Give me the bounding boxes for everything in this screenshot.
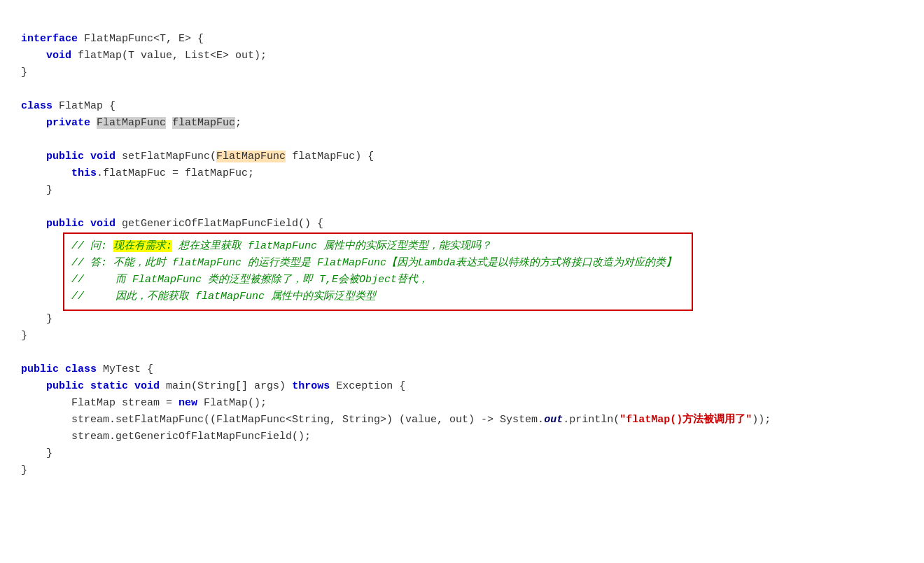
line-blank4 <box>21 345 903 361</box>
line-private: private FlatMapFunc flatMapFuc; <box>21 115 903 132</box>
line-public-class: public class MyTest { <box>21 361 903 378</box>
code-viewer: interface FlatMapFunc<T, E> { void flatM… <box>21 14 903 479</box>
line-close1: } <box>21 64 903 81</box>
line-set-method: public void setFlatMapFunc(FlatMapFunc f… <box>21 148 903 165</box>
line-interface: interface FlatMapFunc<T, E> { <box>21 14 903 48</box>
line-flatmap-new: FlatMap stream = new FlatMap(); <box>21 395 903 412</box>
line-close2: } <box>21 182 903 199</box>
line-this: this.flatMapFuc = flatMapFuc; <box>21 165 903 182</box>
comment-line4: // 因此，不能获取 flatMapFunc 属性中的实际泛型类型 <box>71 289 685 305</box>
line-close6: } <box>21 462 903 479</box>
comment-box-wrapper: // 问: 现在有需求: 想在这里获取 flatMapFunc 属性中的实际泛型… <box>63 232 693 311</box>
line-void-flatmap: void flatMap(T value, List<E> out); <box>21 48 903 64</box>
comment-line3: // 而 FlatMapFunc 类的泛型被擦除了，即 T,E会被Object替… <box>71 272 685 289</box>
line-stream-set: stream.setFlatMapFunc((FlatMapFunc<Strin… <box>21 412 903 429</box>
line-stream-get: stream.getGenericOfFlatMapFuncField(); <box>21 429 903 445</box>
line-close5: } <box>21 445 903 462</box>
comment-line1: // 问: 现在有需求: 想在这里获取 flatMapFunc 属性中的实际泛型… <box>71 238 685 255</box>
line-blank3 <box>21 199 903 216</box>
line-class-flatmap: class FlatMap { <box>21 98 903 115</box>
line-close3: } <box>21 311 903 328</box>
comment-line2: // 答: 不能，此时 flatMapFunc 的运行类型是 FlatMapFu… <box>71 255 685 272</box>
line-main: public static void main(String[] args) t… <box>21 378 903 395</box>
line-close4: } <box>21 328 903 345</box>
line-blank1 <box>21 81 903 98</box>
line-get-method: public void getGenericOfFlatMapFuncField… <box>21 216 903 232</box>
line-blank2 <box>21 132 903 148</box>
